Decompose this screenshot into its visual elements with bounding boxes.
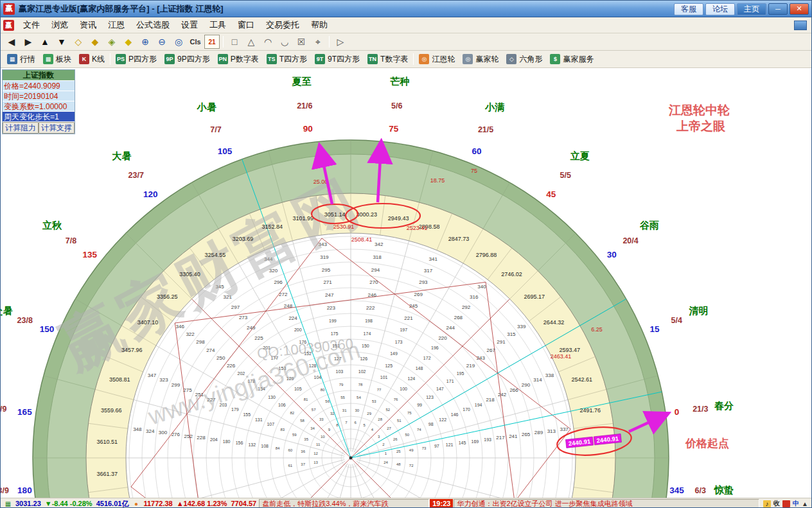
menu-item[interactable]: 交易委托 — [260, 17, 305, 33]
minimize-button[interactable]: ─ — [768, 3, 788, 15]
t-square-button[interactable]: TST四方形 — [263, 53, 311, 66]
p-square-icon: PS — [116, 54, 126, 64]
wheel-text: 131 — [255, 417, 263, 422]
wheel-text: 123 — [426, 395, 434, 399]
wheel-text: 179 — [231, 407, 239, 412]
wheel-text: 225 — [254, 335, 263, 341]
menu-item[interactable]: 资讯 — [74, 17, 102, 33]
menu-item[interactable]: 公式选股 — [130, 17, 175, 33]
t9-square-button[interactable]: 9T9T四方形 — [311, 53, 364, 66]
mdi-child-button[interactable] — [794, 21, 807, 30]
gem-tool-1[interactable]: ◇ — [71, 35, 86, 49]
wheel-text: 122 — [439, 417, 446, 422]
menu-item[interactable]: 浏览 — [46, 17, 74, 33]
menu-item[interactable]: 文件 — [17, 17, 46, 33]
close-button[interactable]: ✕ — [790, 3, 809, 15]
zoom-out-icon[interactable]: ⊖ — [154, 35, 170, 49]
pointer-tool[interactable]: ▷ — [333, 35, 348, 49]
parameter-row[interactable]: 周天变化步长=1 — [3, 112, 75, 122]
crosshair-tool[interactable]: ⌖ — [310, 35, 326, 49]
kline-button[interactable]: KK线 — [75, 53, 109, 66]
delete-shape-tool[interactable]: ☒ — [294, 35, 309, 49]
expand-icon[interactable]: ▲ — [802, 500, 808, 507]
receive-icon[interactable]: 收 — [773, 499, 780, 508]
arc2-tool[interactable]: ◡ — [277, 35, 292, 49]
sound-icon[interactable]: ♪ — [763, 500, 771, 507]
t-square-icon: TS — [267, 54, 277, 64]
t9-square-icon: 9T — [315, 54, 325, 64]
gann-wheel[interactable]: 1234567891011121324252627282930313233343… — [1, 68, 811, 498]
degree-label: 105 — [218, 146, 233, 156]
forward-button[interactable]: ▶ — [21, 35, 36, 49]
gem-tool-2[interactable]: ◆ — [87, 35, 103, 49]
parameter-rows: 价格=2440.9099时间=20190104变换系数=1.00000周天变化步… — [3, 81, 75, 122]
wheel-center — [349, 457, 353, 460]
wheel-text: 75 — [407, 411, 412, 415]
draw-down-tool[interactable]: ▼ — [54, 35, 69, 49]
price-label: 3407.10 — [137, 319, 159, 326]
wheel-text: 228 — [197, 435, 206, 441]
winner-wheel-button[interactable]: ◎赢家轮 — [459, 53, 502, 66]
wheel-text: 78 — [358, 383, 363, 387]
toolbar-label: 六角形 — [519, 54, 542, 65]
t-table-button[interactable]: TNT数字表 — [364, 53, 412, 66]
zoom-in-icon[interactable]: ⊕ — [137, 35, 153, 49]
wheel-text: 149 — [390, 351, 398, 356]
price-label: 3254.55 — [205, 252, 226, 258]
wheel-text: 56 — [325, 399, 330, 403]
date-label: 7/7 — [210, 125, 221, 134]
wheel-text: 80 — [321, 388, 325, 392]
wheel-text: 55 — [340, 396, 345, 399]
menu-item[interactable]: 江恩 — [102, 17, 130, 33]
alert-icon[interactable] — [782, 500, 790, 507]
lang-indicator[interactable]: 中 — [793, 499, 799, 508]
price-label: 2695.17 — [524, 293, 545, 300]
menu-logo-icon: 赢 — [3, 20, 14, 31]
wheel-text: 101 — [380, 375, 388, 380]
calc-support-button[interactable]: 计算支撑 — [39, 122, 75, 134]
toolbar-label: 9P四方形 — [177, 54, 210, 65]
triangle-tool[interactable]: △ — [243, 35, 259, 49]
gem-tool-3[interactable]: ◈ — [104, 35, 119, 49]
gann-wheel-button[interactable]: ◎江恩轮 — [415, 53, 459, 66]
calc-resistance-button[interactable]: 计算阻力 — [3, 122, 39, 134]
services-button[interactable]: $赢家服务 — [546, 53, 597, 66]
menu-item[interactable]: 窗口 — [232, 17, 260, 33]
calendar-icon[interactable]: 21 — [204, 35, 220, 49]
gem-tool-4[interactable]: ◆ — [121, 35, 136, 49]
wheel-text: 193 — [484, 437, 491, 442]
wheel-text: 30 — [355, 408, 359, 412]
p9-square-icon: 9P — [164, 54, 175, 64]
clear-button[interactable]: Cls — [188, 35, 203, 49]
p9-square-button[interactable]: 9P9P四方形 — [161, 53, 214, 66]
wheel-text: 342 — [375, 241, 384, 247]
menu-item[interactable]: 工具 — [204, 17, 232, 33]
forum-link[interactable]: 论坛 — [705, 3, 735, 15]
sectors-button[interactable]: ▩板块 — [39, 53, 75, 66]
service-link[interactable]: 客服 — [674, 3, 703, 15]
parameter-row[interactable]: 时间=20190104 — [3, 91, 75, 101]
toolbar-label: 9T四方形 — [328, 54, 360, 65]
parameter-row[interactable]: 变换系数=1.00000 — [3, 101, 75, 112]
draw-up-tool[interactable]: ▲ — [37, 35, 53, 49]
p-table-button[interactable]: PNP数字表 — [214, 53, 263, 66]
wheel-text: 266 — [509, 387, 518, 393]
chart-area[interactable]: 1234567891011121324252627282930313233343… — [1, 68, 811, 498]
hexagon-button[interactable]: ◇六角形 — [502, 53, 546, 66]
parameter-row[interactable]: 价格=2440.9099 — [3, 81, 75, 91]
quotes-button[interactable]: ▦行情 — [3, 53, 39, 66]
menu-item[interactable]: 设置 — [175, 17, 204, 33]
wheel-text: 108 — [261, 444, 269, 448]
sectors-icon: ▩ — [43, 54, 53, 64]
wheel-text: 61 — [288, 464, 292, 468]
wheel-text: 267 — [486, 347, 495, 353]
wheel-text: 10 — [321, 435, 325, 439]
circle-tool[interactable]: ◎ — [171, 35, 186, 49]
arc-tool[interactable]: ◠ — [260, 35, 276, 49]
back-button[interactable]: ◀ — [4, 35, 19, 49]
p-square-button[interactable]: PSP四方形 — [112, 53, 161, 66]
home-link[interactable]: 主页 — [737, 3, 766, 15]
menu-item[interactable]: 帮助 — [305, 17, 333, 33]
rect-tool[interactable]: □ — [227, 35, 242, 49]
price-label: 3559.66 — [101, 407, 122, 414]
